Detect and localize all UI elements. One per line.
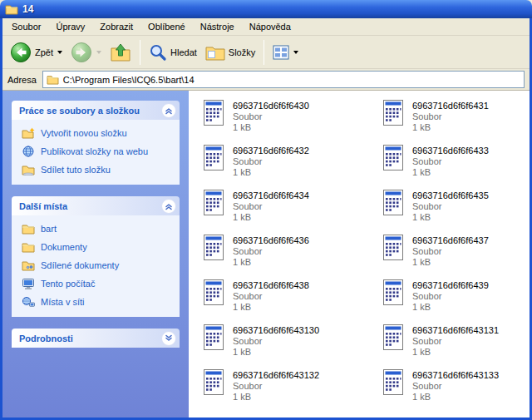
file-item[interactable]: 6963716d6f6f643133 Soubor 1 kB xyxy=(381,368,530,413)
shared-folder-icon xyxy=(22,259,35,271)
sidebar-item-label: Vytvořit novou složku xyxy=(41,128,127,138)
address-input[interactable]: C:\Program Files\ICQ6.5\bart\14 xyxy=(42,71,525,88)
forward-icon xyxy=(71,42,92,63)
file-item[interactable]: 6963716d6f6f6432 Soubor 1 kB xyxy=(201,144,381,189)
up-button[interactable] xyxy=(106,40,135,65)
window-title: 14 xyxy=(22,3,33,15)
file-type: Soubor xyxy=(233,156,309,167)
file-name: 6963716d6f6f643131 xyxy=(412,324,499,336)
window-icon[interactable] xyxy=(5,3,18,15)
sidebar-item-label: Sdílet tuto složku xyxy=(41,165,111,175)
file-item[interactable]: 6963716d6f6f6439 Soubor 1 kB xyxy=(381,279,530,324)
new-folder-icon xyxy=(22,127,35,139)
address-label: Adresa xyxy=(7,75,37,85)
file-name: 6963716d6f6f6433 xyxy=(412,145,489,156)
menu-oblibene[interactable]: Oblíbené xyxy=(140,19,193,34)
file-type: Soubor xyxy=(233,291,309,302)
file-item[interactable]: 6963716d6f6f6438 Soubor 1 kB xyxy=(201,279,381,324)
views-button[interactable] xyxy=(269,42,302,62)
file-icon xyxy=(381,279,406,306)
folders-button[interactable]: Složky xyxy=(202,42,259,63)
toolbar: Zpět xyxy=(2,36,530,69)
file-item[interactable]: 6963716d6f6f6431 Soubor 1 kB xyxy=(381,99,530,144)
file-icon xyxy=(201,368,226,396)
search-button[interactable]: Hledat xyxy=(145,41,200,64)
file-type: Soubor xyxy=(233,336,319,347)
network-icon xyxy=(22,296,35,308)
file-icon xyxy=(381,99,406,126)
back-label: Zpět xyxy=(35,47,53,57)
computer-icon xyxy=(22,278,35,289)
panel-other-places-body: bart Dokumenty Sdílené dokumenty Te xyxy=(12,215,180,317)
folder-up-icon xyxy=(110,42,131,62)
sidebar-item-share-folder[interactable]: Sdílet tuto složku xyxy=(22,164,176,175)
collapse-button[interactable] xyxy=(161,199,176,214)
sidebar-item-dokumenty[interactable]: Dokumenty xyxy=(22,241,176,253)
file-item[interactable]: 6963716d6f6f6430 Soubor 1 kB xyxy=(201,99,381,144)
file-type: Soubor xyxy=(412,336,499,347)
sidebar-item-sdilene-dokumenty[interactable]: Sdílené dokumenty xyxy=(22,259,176,271)
share-folder-icon xyxy=(22,164,35,175)
sidebar-item-label: Publikovat složky na webu xyxy=(41,146,148,156)
file-item[interactable]: 6963716d6f6f6436 Soubor 1 kB xyxy=(201,234,381,279)
sidebar-item-tento-pocitac[interactable]: Tento počítač xyxy=(22,278,176,289)
file-size: 1 kB xyxy=(233,122,309,133)
expand-button[interactable] xyxy=(161,331,176,346)
chevron-up-icon xyxy=(164,201,174,211)
menu-upravy[interactable]: Úpravy xyxy=(48,19,92,34)
file-item[interactable]: 6963716d6f6f643132 Soubor 1 kB xyxy=(201,368,381,413)
menu-nastroje[interactable]: Nástroje xyxy=(193,19,242,34)
file-icon xyxy=(201,279,226,306)
folders-label: Složky xyxy=(229,47,255,57)
explorer-window: 14 Soubor Úpravy Zobrazit Oblíbené Nástr… xyxy=(0,0,532,420)
file-size: 1 kB xyxy=(412,257,489,268)
file-type: Soubor xyxy=(233,201,309,212)
chevron-down-icon xyxy=(164,334,174,343)
file-item[interactable]: 6963716d6f6f643131 Soubor 1 kB xyxy=(381,324,530,368)
menu-zobrazit[interactable]: Zobrazit xyxy=(92,19,140,34)
chevron-up-icon xyxy=(164,106,174,116)
file-item[interactable]: 6963716d6f6f6435 Soubor 1 kB xyxy=(381,189,530,234)
collapse-button[interactable] xyxy=(161,103,176,118)
folders-icon xyxy=(205,44,225,61)
file-icon xyxy=(381,144,406,171)
file-item[interactable]: 6963716d6f6f6437 Soubor 1 kB xyxy=(381,234,530,279)
file-item[interactable]: 6963716d6f6f643130 Soubor 1 kB xyxy=(201,324,381,368)
sidebar-item-mista-v-siti[interactable]: Místa v síti xyxy=(22,296,176,308)
file-name: 6963716d6f6f6432 xyxy=(233,145,309,156)
forward-button[interactable] xyxy=(67,39,105,66)
file-type: Soubor xyxy=(412,381,499,392)
file-size: 1 kB xyxy=(412,347,499,358)
sidebar: Práce se soubory a složkou Vytvořit novo… xyxy=(2,91,189,418)
sidebar-item-label: Místa v síti xyxy=(41,297,85,307)
file-size: 1 kB xyxy=(412,167,489,178)
panel-file-tasks-header[interactable]: Práce se soubory a složkou xyxy=(12,101,180,120)
menu-napoveda[interactable]: Nápověda xyxy=(242,19,298,34)
search-label: Hledat xyxy=(170,47,197,57)
file-name: 6963716d6f6f6430 xyxy=(233,100,309,111)
sidebar-item-bart[interactable]: bart xyxy=(22,223,176,235)
file-icon xyxy=(201,144,226,171)
file-name: 6963716d6f6f643130 xyxy=(233,324,319,336)
file-size: 1 kB xyxy=(412,302,489,313)
file-type: Soubor xyxy=(412,291,489,302)
search-icon xyxy=(149,43,167,62)
menu-soubor[interactable]: Soubor xyxy=(4,19,48,34)
file-type: Soubor xyxy=(233,246,309,257)
file-name: 6963716d6f6f6438 xyxy=(233,279,309,291)
publish-web-icon xyxy=(22,146,35,157)
address-bar: Adresa C:\Program Files\ICQ6.5\bart\14 xyxy=(2,69,530,91)
sidebar-item-create-folder[interactable]: Vytvořit novou složku xyxy=(22,127,176,139)
sidebar-item-publish-web[interactable]: Publikovat složky na webu xyxy=(22,146,176,157)
file-name: 6963716d6f6f6437 xyxy=(412,235,489,246)
panel-details-header[interactable]: Podrobnosti xyxy=(12,329,180,348)
file-size: 1 kB xyxy=(233,167,309,178)
address-path: C:\Program Files\ICQ6.5\bart\14 xyxy=(63,75,195,85)
file-size: 1 kB xyxy=(233,257,309,268)
file-item[interactable]: 6963716d6f6f6434 Soubor 1 kB xyxy=(201,189,381,234)
file-icon xyxy=(381,324,406,351)
panel-other-places-header[interactable]: Další místa xyxy=(12,196,180,215)
views-icon xyxy=(273,45,289,60)
back-button[interactable]: Zpět xyxy=(7,39,66,66)
file-item[interactable]: 6963716d6f6f6433 Soubor 1 kB xyxy=(381,144,530,189)
